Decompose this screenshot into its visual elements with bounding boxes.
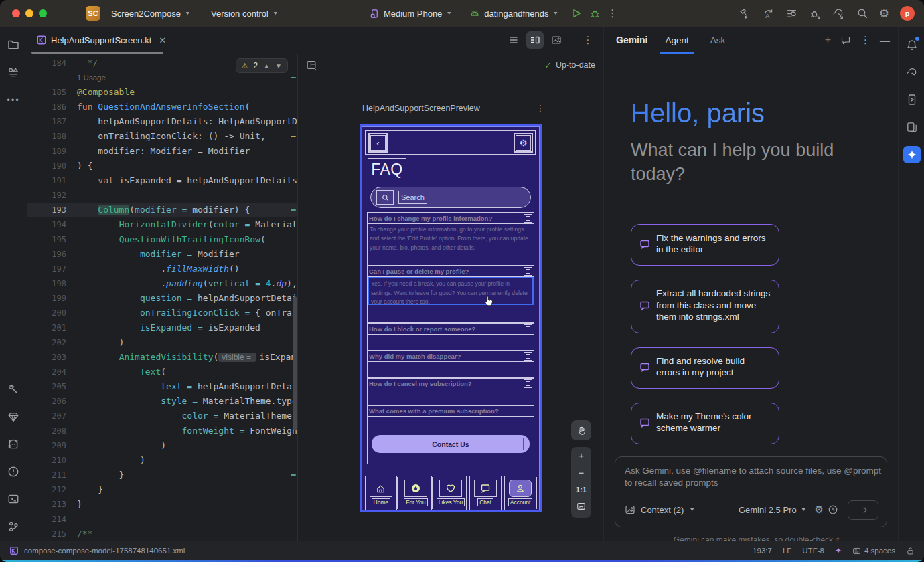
preview-actions-kebab-icon[interactable]: ⋮ <box>536 103 545 113</box>
contact-us-button[interactable]: Contact Us <box>372 435 530 453</box>
new-chat-plus-icon[interactable]: + <box>825 34 831 46</box>
panel-options-kebab-icon[interactable]: ⋮ <box>860 34 870 46</box>
nav-item-account[interactable]: Account <box>504 476 536 510</box>
nav-item-for-you[interactable]: For You <box>400 476 432 510</box>
gemini-suggestion-card[interactable]: Fix the warnings and errors in the edito… <box>631 224 779 266</box>
faq-question-row[interactable]: Why did my match disappear? <box>368 351 534 362</box>
phone-preview[interactable]: ‹ ⚙ FAQ Search How do I change my profil… <box>360 124 542 512</box>
history-clock-icon[interactable] <box>828 504 838 515</box>
close-tab-icon[interactable]: ✕ <box>159 35 166 45</box>
search-input[interactable]: Search <box>398 191 427 204</box>
code-line[interactable]: 196 modifier = Modifier <box>27 247 297 262</box>
run-configuration-selector[interactable]: datingandfriends ▼ <box>464 5 564 21</box>
gemini-spark-icon[interactable] <box>903 146 921 163</box>
vcs-widget[interactable]: Version control ▼ <box>206 6 284 21</box>
settings-gear-icon[interactable]: ⚙ <box>879 7 889 21</box>
code-line[interactable]: 192 <box>27 188 297 203</box>
notifications-bell-icon[interactable] <box>903 36 921 54</box>
maximize-window-button[interactable] <box>39 9 47 17</box>
layout-options-icon[interactable] <box>306 60 317 71</box>
expand-toggle-icon[interactable] <box>524 214 532 223</box>
gemini-suggestion-card[interactable]: Make my Theme's color scheme warmer <box>631 403 779 444</box>
nav-item-likes-you[interactable]: Likes You <box>435 476 467 510</box>
code-line[interactable]: 187 helpAndSupportDetails: HelpAndSuppor… <box>27 114 297 129</box>
code-editor[interactable]: 184 */1 Usage185@Composable186fun Questi… <box>27 54 298 541</box>
zoom-in-button[interactable]: + <box>579 451 585 460</box>
apply-changes-icon[interactable]: A <box>762 7 775 20</box>
code-line[interactable]: 193 Column(modifier = modifier) { <box>27 203 297 217</box>
code-line[interactable]: 212 } <box>27 482 297 497</box>
indent-setting[interactable]: 4 spaces <box>852 547 895 555</box>
code-line[interactable]: 189 modifier: Modifier = Modifier <box>27 144 297 159</box>
previous-warning-icon[interactable]: ▲ <box>263 62 270 70</box>
resource-manager-icon[interactable] <box>5 64 22 81</box>
more-actions-kebab-icon[interactable]: ⋮ <box>607 7 617 19</box>
gemini-suggestion-card[interactable]: Extract all hardcoded strings from this … <box>631 280 779 333</box>
code-line[interactable]: 200 onTrailingIconClick = { onTrai <box>27 306 297 320</box>
code-line[interactable]: 203 AnimatedVisibility(visible = isExpan <box>27 350 297 365</box>
context-dropdown[interactable]: Context (2) <box>641 505 684 515</box>
faq-answer[interactable] <box>368 335 534 351</box>
code-line[interactable]: 207 color = MaterialTheme. <box>27 409 297 424</box>
code-line[interactable]: 185@Composable <box>27 85 297 100</box>
project-folder-icon[interactable] <box>5 36 22 54</box>
code-line[interactable]: 198 .padding(vertical = 4.dp), <box>27 276 297 291</box>
code-line[interactable]: 194 HorizontalDivider(color = Material <box>27 217 297 232</box>
lock-icon[interactable] <box>906 547 915 555</box>
attach-image-icon[interactable] <box>625 504 635 515</box>
project-selector[interactable]: Screen2Compose ▼ <box>106 6 196 21</box>
device-manager-icon[interactable] <box>903 118 921 136</box>
close-window-button[interactable] <box>12 9 20 17</box>
status-file-name[interactable]: compose-compose-model-1758748140651.xml <box>24 547 185 555</box>
code-view-button[interactable] <box>505 31 522 49</box>
caret-position[interactable]: 193:7 <box>753 547 772 555</box>
profiler-icon[interactable] <box>785 7 798 20</box>
app-quality-insights-icon[interactable] <box>5 408 22 426</box>
faq-question-row[interactable]: How do I cancel my subscription? <box>368 378 534 389</box>
code-line[interactable]: 215/** <box>27 527 297 541</box>
error-stripe-mark[interactable] <box>291 136 296 137</box>
attach-debugger-icon[interactable] <box>809 7 822 20</box>
code-line[interactable]: 199 question = helpAndSupportDetai <box>27 291 297 306</box>
faq-question-row[interactable]: Can I pause or delete my profile? <box>368 266 534 277</box>
preview-view-button[interactable] <box>548 31 565 49</box>
ai-spark-icon[interactable]: ✦ <box>835 546 842 555</box>
code-line[interactable]: 208 fontWeight = FontWeigh <box>27 424 297 438</box>
search-bar[interactable]: Search <box>370 187 531 208</box>
pan-hand-icon[interactable] <box>571 420 591 440</box>
expand-toggle-icon[interactable] <box>524 324 532 333</box>
editor-scrollbar[interactable] <box>293 296 297 430</box>
split-view-button[interactable] <box>526 31 544 49</box>
tab-ask[interactable]: Ask <box>708 27 728 54</box>
debug-button[interactable] <box>589 8 601 19</box>
code-line[interactable]: 195 QuestionWithTrailingIconRow( <box>27 232 297 247</box>
line-ending[interactable]: LF <box>783 547 791 555</box>
preview-canvas[interactable]: HelpAndSupportScreenPreview ⋮ ‹ ⚙ FAQ <box>298 76 603 541</box>
build-hammer-icon[interactable] <box>5 381 22 398</box>
send-button[interactable] <box>848 500 878 520</box>
more-tool-windows-icon[interactable]: ••• <box>5 91 22 108</box>
hide-panel-icon[interactable]: — <box>880 35 890 46</box>
code-line[interactable]: 211 } <box>27 468 297 482</box>
gemini-suggestion-card[interactable]: Find and resolve build errors in my proj… <box>631 347 779 389</box>
code-line[interactable]: 202 ) <box>27 335 297 350</box>
faq-question-row[interactable]: How do I change my profile information? <box>368 213 534 224</box>
user-avatar[interactable]: p <box>900 6 915 21</box>
code-line[interactable]: 197 .fillMaxWidth() <box>27 262 297 276</box>
settings-button[interactable]: ⚙ <box>514 133 533 153</box>
code-line[interactable]: 206 style = MaterialTheme.typo <box>27 394 297 409</box>
logcat-icon[interactable] <box>5 436 22 453</box>
editor-options-kebab-icon[interactable]: ⋮ <box>579 31 597 49</box>
zoom-out-button[interactable]: − <box>579 468 585 478</box>
faq-answer[interactable] <box>368 417 534 433</box>
minimize-window-button[interactable] <box>25 9 33 17</box>
code-line[interactable]: 214 <box>27 512 297 527</box>
file-encoding[interactable]: UTF-8 <box>802 547 824 555</box>
code-line[interactable]: 209 ) <box>27 438 297 453</box>
running-devices-icon[interactable] <box>903 91 921 108</box>
tab-helpandsupportscreen[interactable]: HelpAndSupportScreen.kt ✕ <box>27 27 173 54</box>
code-line[interactable]: 210 ) <box>27 453 297 468</box>
code-line[interactable]: 205 text = helpAndSupportDetai <box>27 379 297 394</box>
faq-answer[interactable] <box>368 389 534 405</box>
faq-question-row[interactable]: How do I block or report someone? <box>368 323 534 335</box>
